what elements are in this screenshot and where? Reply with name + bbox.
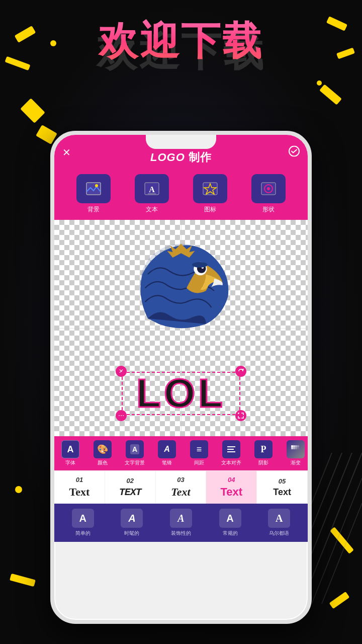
tool-spacing[interactable]: ≡ 间距 [183,436,215,470]
svg-rect-27 [293,445,295,447]
eagle-logo[interactable] [126,230,236,341]
text-bg-icon: A [126,440,144,458]
font-type-urdu[interactable]: A 乌尔都语 [268,509,290,537]
align-label: 文本对齐 [221,459,241,466]
font-label: 字体 [65,459,75,466]
svg-point-17 [267,187,270,190]
font-type-trendy[interactable]: A 时髦的 [121,509,143,537]
font-num-02: 02 [126,477,133,485]
tool-stroke[interactable]: A 笔锋 [151,436,183,470]
stroke-icon: A [158,440,176,458]
phone-frame: ✕ LOGO 制作 [50,131,312,624]
gradient-icon [287,440,305,458]
welcome-text-area: 欢迎下载 欢迎下载 [0,15,362,68]
align-icon [222,440,240,458]
font-type-selector: A 简单的 A 时髦的 A 装饰性的 A 常规的 A 乌尔都语 [54,504,308,542]
background-icon [76,174,111,203]
font-num-05: 05 [279,477,286,485]
font-num-04: 04 [228,476,235,484]
bottom-toolbar: A 字体 🎨 颜色 A 文字背景 A 笔锋 ≡ [54,436,308,470]
toolbar-icons-row: 背景 A 文本 图标 [54,170,308,220]
check-button[interactable] [289,146,300,159]
text-bg-label: 文字背景 [125,459,145,466]
color-label: 颜色 [98,459,108,466]
phone-notch [146,135,216,149]
canvas-area[interactable]: ✕ ⋯ LOL [54,220,308,436]
toolbar-background[interactable]: 背景 [76,174,111,214]
svg-point-22 [192,262,208,268]
font-selector: 01 Text 02 Text 03 Text 04 Text 05 Text [54,470,308,504]
font-num-03: 03 [177,476,184,484]
normal-font-label: 常规的 [223,530,238,537]
svg-rect-32 [295,447,297,449]
lol-text: LOL [136,373,226,414]
toolbar-text[interactable]: A 文本 [135,174,169,214]
svg-rect-26 [291,445,293,447]
text-selection-box[interactable]: ✕ ⋯ LOL [111,361,251,426]
text-label: 文本 [146,205,158,214]
app-title: LOGO 制作 [150,150,212,165]
decorative-font-label: 装饰性的 [171,530,191,537]
svg-rect-30 [291,447,293,449]
icon-label: 图标 [204,205,216,214]
tool-shadow[interactable]: P 阴影 [247,436,280,470]
simple-font-label: 简单的 [75,530,90,537]
toolbar-shape[interactable]: 形状 [251,174,286,214]
spacing-label: 间距 [194,459,204,466]
normal-font-icon: A [219,509,241,528]
make-label: 制作 [189,151,212,164]
decorative-font-icon: A [170,509,192,528]
trendy-font-label: 时髦的 [124,530,139,537]
font-num-01: 01 [76,476,83,484]
urdu-font-label: 乌尔都语 [269,530,289,537]
background-label: 背景 [87,205,100,214]
tool-text-bg[interactable]: A 文字背景 [119,436,151,470]
tool-font[interactable]: A 字体 [54,436,86,470]
back-button[interactable]: ✕ [62,146,71,158]
urdu-font-icon: A [268,509,290,528]
svg-rect-33 [297,447,299,449]
toolbar-icon[interactable]: 图标 [193,174,227,214]
shape-label: 形状 [262,205,275,214]
simple-font-icon: A [72,509,94,528]
lol-text-display[interactable]: LOL [111,361,251,426]
font-item-04[interactable]: 04 Text [206,471,257,504]
icon-icon [193,174,227,203]
text-icon: A [135,174,169,203]
font-item-01[interactable]: 01 Text [54,471,105,504]
svg-text:A: A [149,185,155,194]
font-type-normal[interactable]: A 常规的 [219,509,241,537]
tool-align[interactable]: 文本对齐 [215,436,247,470]
stroke-label: 笔锋 [162,459,172,466]
tool-gradient[interactable]: 渐变 [280,436,308,470]
trendy-font-icon: A [121,509,143,528]
tool-color[interactable]: 🎨 颜色 [86,436,119,470]
svg-point-9 [95,184,98,187]
phone-body: ✕ LOGO 制作 [50,131,312,624]
font-preview-01: Text [69,486,90,499]
font-item-02[interactable]: 02 Text [105,471,156,504]
font-preview-04: Text [220,486,242,499]
shadow-label: 阴影 [258,459,268,466]
gradient-label: 渐变 [291,459,301,466]
font-preview-02: Text [119,487,141,498]
svg-rect-31 [293,447,295,449]
font-icon: A [61,440,79,458]
svg-rect-29 [297,445,299,447]
font-type-decorative[interactable]: A 装饰性的 [170,509,192,537]
spacing-icon: ≡ [190,440,208,458]
color-icon: 🎨 [94,440,112,458]
shape-icon [251,174,286,203]
font-item-03[interactable]: 03 Text [156,471,207,504]
shadow-icon: P [254,440,273,458]
font-item-05[interactable]: 05 Text [257,471,308,504]
svg-rect-28 [295,445,297,447]
font-preview-05: Text [273,487,291,498]
logo-label: LOGO [150,151,185,164]
font-preview-03: Text [171,486,190,499]
welcome-main-text: 欢迎下载 [0,15,362,68]
font-type-simple[interactable]: A 简单的 [72,509,94,537]
